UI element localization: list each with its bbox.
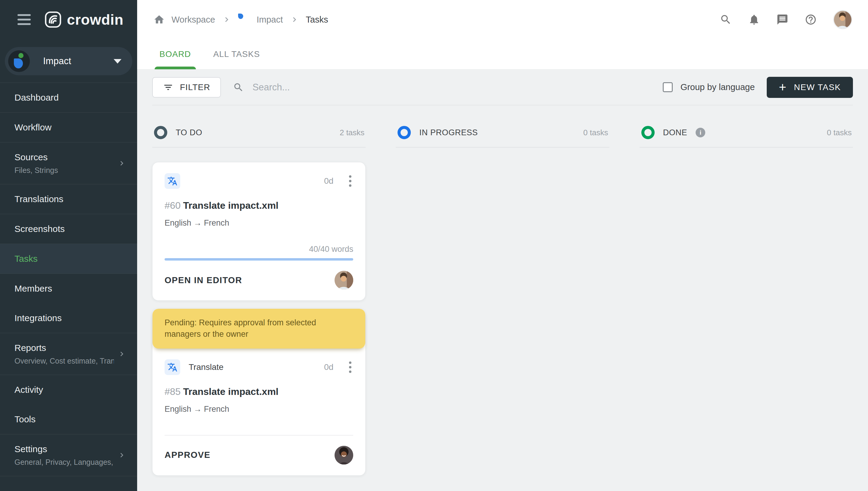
info-icon[interactable]: i [696,128,705,137]
column-todo-header: TO DO 2 tasks [152,120,366,148]
task-type-label: Translate [189,363,224,372]
chevron-right-icon [290,15,299,24]
status-ring-done [641,126,654,139]
crowdin-logo[interactable]: crowdin [45,11,123,28]
tab-all-tasks[interactable]: ALL TASKS [208,39,265,69]
menu-icon[interactable] [18,14,31,25]
task-duration: 0d [324,363,333,372]
notifications-icon[interactable] [748,13,760,26]
column-title: IN PROGRESS [419,128,478,137]
task-id: #60 [165,200,180,211]
project-selector[interactable]: Impact [5,47,132,75]
sidebar-item-integrations[interactable]: Integrations [0,304,137,333]
new-task-button[interactable]: + NEW TASK [767,77,853,98]
column-todo: TO DO 2 tasks 0d #60Tr [152,120,366,475]
task-id: #85 [165,386,180,397]
messages-icon[interactable] [776,13,788,26]
filter-button-label: FILTER [180,83,210,92]
group-by-language-toggle[interactable]: Group by language [663,82,755,92]
chevron-right-icon [117,451,126,460]
translate-task-icon [165,173,180,189]
task-word-count: 40/40 words [165,244,353,254]
user-avatar[interactable] [833,10,852,29]
sidebar-nav: Dashboard Workflow Sources Files, String… [0,83,137,491]
topbar: Workspace Impact Tasks [137,0,868,39]
sidebar-item-reports[interactable]: Reports Overview, Cost estimate, Transl… [0,333,137,375]
column-title: TO DO [176,128,202,137]
column-in-progress-header: IN PROGRESS 0 tasks [396,120,609,148]
task-progress-bar [165,258,353,261]
task-title: #60Translate impact.xml [165,200,353,211]
column-count: 0 tasks [827,128,852,137]
search-input[interactable] [253,82,651,93]
new-task-label: NEW TASK [794,83,841,92]
tab-board[interactable]: BOARD [155,39,196,69]
search-icon [233,82,244,93]
task-duration: 0d [324,176,333,186]
caret-down-icon [114,59,121,63]
crowdin-logo-icon [45,11,61,28]
view-tabs: BOARD ALL TASKS [137,39,868,69]
task-card-85[interactable]: Pending: Requires approval from selected… [152,309,366,475]
breadcrumb-project[interactable]: Impact [257,15,283,25]
translate-task-icon [165,359,180,375]
filter-button[interactable]: FILTER [152,77,221,97]
main: Workspace Impact Tasks [137,0,868,491]
breadcrumb: Workspace Impact Tasks [153,13,328,26]
sidebar: crowdin Impact Dashboard Workflow Source… [0,0,137,491]
group-by-language-label: Group by language [680,82,755,92]
sidebar-item-sources[interactable]: Sources Files, Strings [0,143,137,184]
task-name: Translate impact.xml [183,386,279,397]
task-card-60[interactable]: 0d #60Translate impact.xml English → Fre… [152,162,366,300]
column-done-header: DONE i 0 tasks [640,120,853,148]
column-title: DONE [663,128,687,137]
sidebar-item-settings[interactable]: Settings General, Privacy, Languages, Q… [0,434,137,476]
card-divider [165,435,353,436]
task-name: Translate impact.xml [183,200,279,211]
breadcrumb-current: Tasks [306,15,328,25]
pending-approval-banner: Pending: Requires approval from selected… [152,309,365,348]
status-ring-todo [154,126,167,139]
sidebar-item-dashboard[interactable]: Dashboard [0,83,137,112]
column-in-progress: IN PROGRESS 0 tasks [396,120,609,148]
help-icon[interactable] [805,13,817,26]
column-count: 2 tasks [340,128,364,137]
sidebar-item-tools[interactable]: Tools [0,405,137,434]
task-progress-fill [165,258,353,261]
topbar-actions [720,10,852,29]
content: FILTER Group by language + NEW TASK TO D… [137,69,868,491]
chevron-right-icon [117,349,126,358]
search-icon[interactable] [720,13,732,26]
assignee-avatar [335,446,353,464]
kebab-menu-icon[interactable] [347,360,353,375]
column-count: 0 tasks [583,128,608,137]
assignee-avatar [335,271,353,289]
sidebar-item-tasks[interactable]: Tasks [0,244,137,273]
project-logo-icon [8,50,30,72]
chevron-right-icon [117,159,126,168]
sidebar-header: crowdin [0,0,137,39]
filter-icon [163,82,173,92]
approve-button[interactable]: APPROVE [165,450,211,460]
home-icon[interactable] [153,14,165,25]
project-name: Impact [43,56,71,66]
sidebar-item-translations[interactable]: Translations [0,184,137,214]
search-box [233,82,650,93]
toolbar: FILTER Group by language + NEW TASK [152,69,853,106]
chevron-right-icon [222,15,231,24]
brand-text: crowdin [67,11,123,28]
open-in-editor-button[interactable]: OPEN IN EDITOR [165,275,242,285]
task-languages: English → French [165,405,353,414]
sidebar-item-workflow[interactable]: Workflow [0,113,137,142]
column-done: DONE i 0 tasks [640,120,853,148]
status-ring-in-progress [397,126,411,139]
breadcrumb-workspace[interactable]: Workspace [171,15,215,25]
sidebar-item-activity[interactable]: Activity [0,375,137,405]
sidebar-item-screenshots[interactable]: Screenshots [0,214,137,244]
breadcrumb-project-icon [238,13,250,26]
task-languages: English → French [165,219,353,228]
kebab-menu-icon[interactable] [347,174,353,189]
kanban-board: TO DO 2 tasks 0d #60Tr [152,120,853,475]
group-by-language-checkbox[interactable] [663,82,673,92]
sidebar-item-members[interactable]: Members [0,274,137,304]
